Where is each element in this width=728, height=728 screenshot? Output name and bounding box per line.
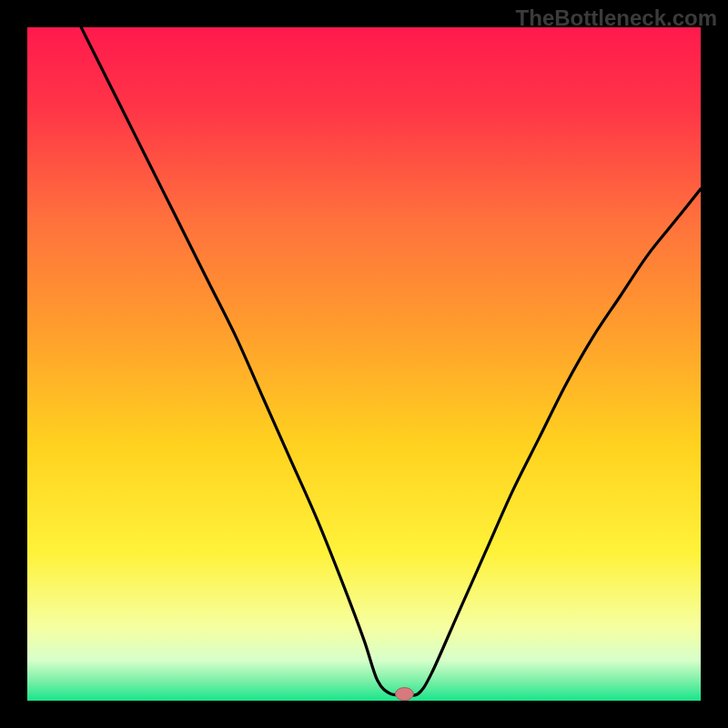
chart-frame: TheBottleneck.com xyxy=(0,0,728,728)
gradient-background xyxy=(27,27,701,701)
watermark-text: TheBottleneck.com xyxy=(516,5,717,31)
chart-svg xyxy=(27,27,701,701)
optimal-point-marker xyxy=(395,688,413,701)
